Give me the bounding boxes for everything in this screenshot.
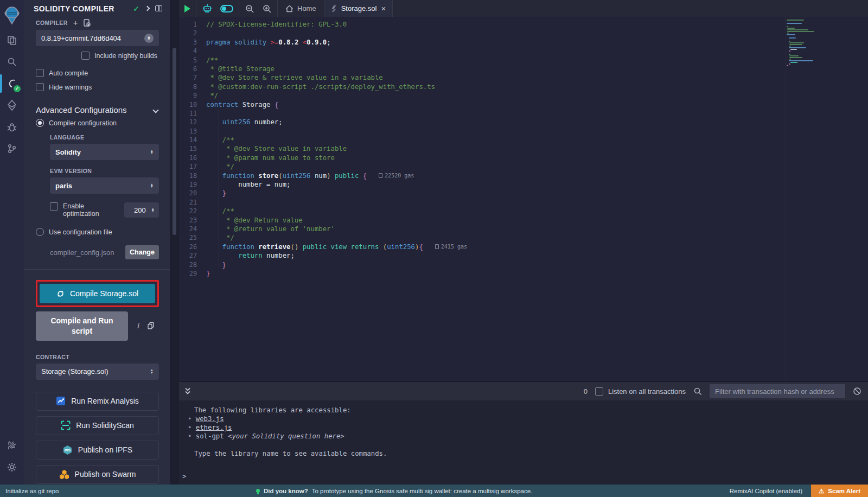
contract-select[interactable]: Storage (Storage.sol) ▲▼ (36, 364, 159, 380)
panel-header: SOLIDITY COMPILER ✓ (24, 0, 170, 17)
code-line[interactable]: 6 * @title Storage (179, 65, 868, 73)
panel-layout-icon[interactable] (155, 5, 162, 11)
code-line[interactable]: 27 return number; (179, 251, 868, 260)
svg-text:IPFS: IPFS (65, 448, 71, 451)
compile-button[interactable]: Compile Storage.sol (40, 284, 155, 303)
terminal-search-icon[interactable] (693, 387, 702, 396)
config-file-name[interactable]: compiler_config.json (50, 248, 114, 257)
code-line[interactable]: 20 } (179, 189, 868, 197)
code-line[interactable]: 22 /** (179, 207, 868, 215)
copilot-toggle[interactable] (220, 5, 233, 12)
settings-gear-icon[interactable] (0, 456, 24, 478)
code-line[interactable]: 7 * @dev Store & retrieve value in a var… (179, 73, 868, 82)
terminal-library-link-ethers[interactable]: ethers.js (196, 424, 232, 431)
compile-and-run-button[interactable]: Compile and Run script (36, 311, 128, 341)
code-line[interactable]: 19 number = num; (179, 180, 868, 189)
panel-resize-handle[interactable] (170, 0, 179, 485)
code-line[interactable]: 14 /** (179, 136, 868, 144)
code-line[interactable]: 28 } (179, 260, 868, 269)
version-stepper-icon: ▲▼ (144, 34, 154, 43)
auto-compile-checkbox[interactable] (36, 69, 44, 77)
code-line[interactable]: 26 function retrieve() public view retur… (179, 243, 868, 251)
publish-on-swarm-button[interactable]: Publish on Swarm (36, 465, 159, 484)
compiler-configuration-radio[interactable] (36, 119, 44, 127)
change-config-button[interactable]: Change (125, 245, 159, 259)
code-line[interactable]: 9 */ (179, 91, 868, 100)
code-line[interactable]: 29} (179, 269, 868, 278)
deploy-run-icon[interactable] (0, 94, 24, 116)
search-icon[interactable] (0, 51, 24, 73)
enable-optimization-checkbox[interactable] (50, 202, 58, 211)
remixai-robot-icon[interactable] (202, 3, 213, 14)
gas-pump-icon (379, 173, 382, 178)
code-line[interactable]: 4 (179, 47, 868, 55)
terminal-library-link-web3[interactable]: web3.js (196, 415, 224, 423)
code-line[interactable]: 8 * @custom:dev-run-script ./scripts/dep… (179, 82, 868, 91)
scam-alert-button[interactable]: ⚠ Scam Alert (811, 485, 868, 497)
copy-icon[interactable] (148, 322, 154, 329)
publish-on-ipfs-button[interactable]: IPFS Publish on IPFS (36, 441, 159, 460)
optimization-runs-input[interactable]: 200 ▲▼ (124, 202, 159, 218)
chevron-right-icon[interactable] (145, 6, 150, 11)
code-line[interactable]: 25 */ (179, 233, 868, 242)
code-line[interactable]: 16 * @param num value to store (179, 154, 868, 162)
terminal: 0 Listen on all transactions The followi… (179, 381, 868, 485)
include-nightly-checkbox[interactable] (81, 52, 90, 60)
tab-home[interactable]: Home (278, 0, 324, 17)
run-solidityscan-button[interactable]: Run SolidityScan (36, 416, 159, 435)
code-line[interactable]: 18 function store(uint256 num) public {2… (179, 171, 868, 180)
code-line[interactable]: 17 */ (179, 162, 868, 171)
compiler-version-select[interactable]: 0.8.19+commit.7dd6d404 ▲▼ (36, 30, 159, 46)
code-line[interactable]: 1// SPDX-License-Identifier: GPL-3.0 (179, 20, 868, 29)
code-line[interactable]: 3pragma solidity >=0.8.2 <0.9.0; (179, 38, 868, 47)
git-init-status[interactable]: Initialize as git repo (5, 488, 59, 494)
evm-version-select[interactable]: paris ▲▼ (50, 177, 159, 194)
language-select[interactable]: Solidity ▲▼ (50, 144, 159, 160)
code-line[interactable]: 5/** (179, 56, 868, 65)
terminal-library-item: sol-gpt <your Solidity question here> (181, 432, 868, 441)
filter-transactions-input[interactable] (710, 384, 845, 398)
code-line[interactable]: 2 (179, 29, 868, 37)
zoom-out-icon[interactable] (245, 4, 254, 14)
plugin-manager-icon[interactable] (0, 435, 24, 456)
import-compiler-icon[interactable] (83, 19, 91, 27)
clear-console-icon[interactable] (853, 387, 861, 396)
terminal-output[interactable]: The following libraries are accessible: … (179, 400, 868, 485)
terminal-prompt[interactable]: > (182, 473, 186, 480)
tip-title: Did you know? (264, 488, 308, 494)
play-script-icon[interactable] (184, 5, 190, 12)
remix-logo-icon[interactable] (0, 1, 24, 29)
solgpt-hint: <your Solidity question here> (228, 432, 344, 440)
solidity-compiler-icon[interactable]: ✓ (0, 73, 24, 94)
listen-transactions-checkbox[interactable] (595, 387, 603, 396)
git-icon[interactable] (0, 138, 24, 160)
zoom-in-icon[interactable] (262, 4, 272, 14)
add-compiler-icon[interactable]: + (73, 18, 78, 27)
hide-warnings-checkbox[interactable] (36, 83, 44, 91)
code-line[interactable]: 24 * @return value of 'number' (179, 225, 868, 233)
code-line[interactable]: 11 (179, 109, 868, 118)
tab-storage-sol[interactable]: Storage.sol × (324, 0, 393, 17)
code-line[interactable]: 15 * @dev Store value in variable (179, 144, 868, 153)
lightbulb-icon (256, 489, 260, 493)
advanced-configurations-header[interactable]: Advanced Configurations (36, 105, 159, 114)
copilot-status[interactable]: RemixAI Copilot (enabled) (730, 488, 802, 494)
transaction-count: 0 (584, 387, 588, 396)
file-explorer-icon[interactable] (0, 29, 24, 51)
code-line[interactable]: 13 (179, 127, 868, 136)
tab-close-icon[interactable]: × (381, 4, 386, 12)
code-line[interactable]: 10contract Storage { (179, 100, 868, 109)
collapse-terminal-icon[interactable] (183, 387, 192, 395)
terminal-help: Type the library name to see available c… (181, 449, 868, 458)
panel-scrollbar-thumb[interactable] (173, 48, 176, 235)
minimap[interactable] (787, 20, 834, 67)
debugger-icon[interactable] (0, 116, 24, 138)
info-icon[interactable]: i (137, 322, 139, 330)
app-window: ✓ SOLIDITY COMPILER ✓ (0, 0, 868, 485)
code-editor[interactable]: 1// SPDX-License-Identifier: GPL-3.023pr… (179, 17, 868, 381)
use-configuration-file-radio[interactable] (36, 228, 44, 236)
run-remix-analysis-button[interactable]: Run Remix Analysis (36, 392, 159, 411)
code-line[interactable]: 12 uint256 number; (179, 118, 868, 126)
code-line[interactable]: 21 (179, 198, 868, 207)
code-line[interactable]: 23 * @dev Return value (179, 216, 868, 225)
